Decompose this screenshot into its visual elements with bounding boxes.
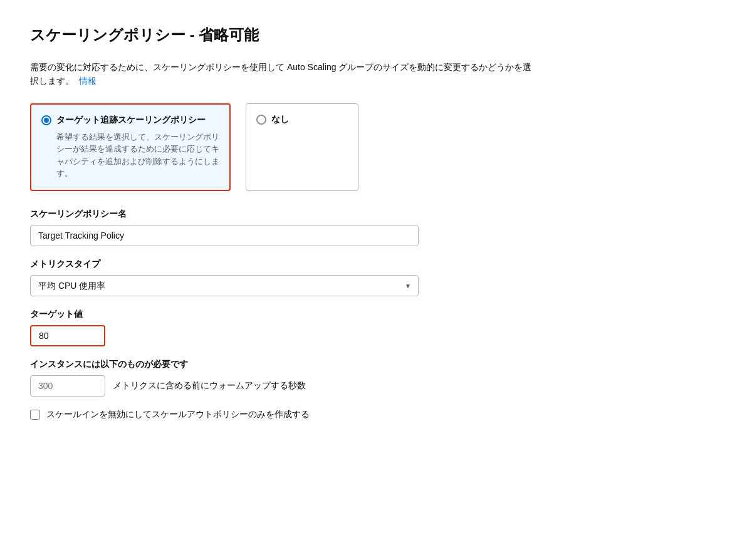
radio-card-none[interactable]: なし bbox=[246, 103, 358, 191]
warmup-suffix-text: メトリクスに含める前にウォームアップする秒数 bbox=[113, 380, 306, 391]
warmup-section: インスタンスには以下のものが必要です メトリクスに含める前にウォームアップする秒… bbox=[30, 359, 534, 397]
target-value-label: ターゲット値 bbox=[30, 309, 534, 320]
metric-type-select[interactable]: 平均 CPU 使用率 平均ネットワーク入力 平均ネットワーク出力 bbox=[30, 275, 419, 296]
page-title: スケーリングポリシー - 省略可能 bbox=[30, 25, 534, 45]
policy-name-input[interactable] bbox=[30, 225, 419, 246]
metric-type-label: メトリクスタイプ bbox=[30, 259, 534, 270]
metric-type-select-wrapper: 平均 CPU 使用率 平均ネットワーク入力 平均ネットワーク出力 ▼ bbox=[30, 275, 419, 296]
metric-type-section: メトリクスタイプ 平均 CPU 使用率 平均ネットワーク入力 平均ネットワーク出… bbox=[30, 259, 534, 296]
radio-target-tracking-circle[interactable] bbox=[41, 115, 51, 125]
policy-name-label: スケーリングポリシー名 bbox=[30, 209, 534, 220]
info-link[interactable]: 情報 bbox=[79, 76, 97, 86]
scale-in-row: スケールインを無効にしてスケールアウトポリシーのみを作成する bbox=[30, 409, 534, 420]
scale-in-label: スケールインを無効にしてスケールアウトポリシーのみを作成する bbox=[46, 409, 310, 420]
scale-in-checkbox[interactable] bbox=[30, 410, 40, 420]
radio-none-circle[interactable] bbox=[256, 115, 266, 125]
radio-target-tracking-label: ターゲット追跡スケーリングポリシー bbox=[56, 115, 206, 126]
radio-options-row: ターゲット追跡スケーリングポリシー 希望する結果を選択して、スケーリングポリシー… bbox=[30, 103, 534, 191]
warmup-row: メトリクスに含める前にウォームアップする秒数 bbox=[30, 375, 534, 397]
warmup-input[interactable] bbox=[30, 375, 105, 397]
description-text: 需要の変化に対応するために、スケーリングポリシーを使用して Auto Scali… bbox=[30, 60, 534, 88]
radio-target-tracking-desc: 希望する結果を選択して、スケーリングポリシーが結果を達成するために必要に応じてキ… bbox=[56, 131, 219, 180]
warmup-label: インスタンスには以下のものが必要です bbox=[30, 359, 534, 370]
radio-card-target-tracking[interactable]: ターゲット追跡スケーリングポリシー 希望する結果を選択して、スケーリングポリシー… bbox=[30, 103, 231, 191]
target-value-input[interactable] bbox=[30, 325, 105, 346]
policy-name-section: スケーリングポリシー名 bbox=[30, 209, 534, 246]
radio-card-header: ターゲット追跡スケーリングポリシー bbox=[41, 115, 219, 126]
target-value-section: ターゲット値 bbox=[30, 309, 534, 346]
radio-none-label: なし bbox=[271, 114, 289, 125]
